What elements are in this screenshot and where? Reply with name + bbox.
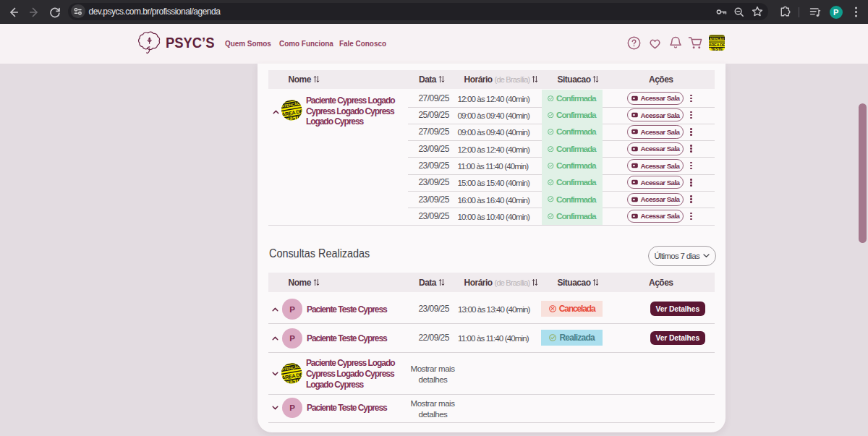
svg-text:TESTE: TESTE xyxy=(711,47,723,51)
svg-text:ATENÇÃO: ATENÇÃO xyxy=(710,37,725,40)
